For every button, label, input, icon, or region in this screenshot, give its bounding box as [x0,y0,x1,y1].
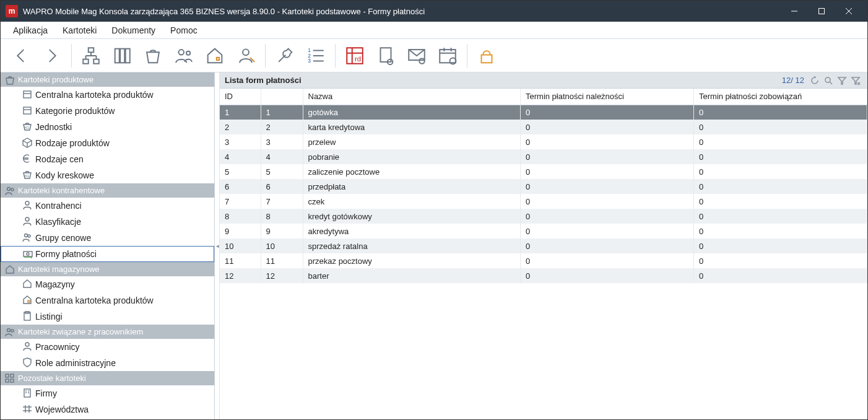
table-row[interactable]: 99akredytywa00 [220,224,867,238]
page-icon[interactable] [370,41,401,71]
rd-icon[interactable]: rd [339,41,370,71]
cell-term1: 0 [521,238,694,253]
search-icon[interactable] [822,74,835,87]
users-icon[interactable] [230,41,261,71]
filter-icon[interactable] [835,74,849,87]
sidebar-item[interactable]: Kategorie produktów [1,103,214,119]
svg-rect-64 [6,374,9,377]
menu-dokumenty[interactable]: Dokumenty [104,23,163,38]
grid-header-row: ID Nazwa Termin płatności należności Ter… [220,89,867,105]
nav-back-button[interactable] [6,41,37,71]
maximize-button[interactable] [808,1,835,22]
table-row[interactable]: 44pobranie00 [220,149,867,164]
cell-id: 11 [220,253,261,268]
network-icon[interactable] [76,41,106,71]
sidebar-item[interactable]: Rodzaje cen [1,151,214,167]
sidebar-item[interactable]: Grupy cenowe [1,230,214,246]
sidebar-group-label: Kartoteki związane z pracownikiem [18,327,143,336]
sidebar-group-header[interactable]: Pozostałe kartoteki [1,371,214,385]
table-row[interactable]: 88kredyt gotówkowy00 [220,209,867,224]
close-button[interactable] [835,1,862,22]
svg-rect-68 [24,389,30,397]
sidebar-item[interactable]: Magazyny [1,276,214,292]
svg-point-50 [7,188,11,191]
col-term2[interactable]: Termin płatności zobowiązań [694,89,867,105]
sidebar-item[interactable]: Role administracyjne [1,355,214,371]
sidebar-group-header[interactable]: Kartoteki produktowe [1,72,214,87]
col-term1[interactable]: Termin płatności należności [521,89,694,105]
col-idx[interactable] [261,89,303,105]
nav-forward-button[interactable] [37,41,67,71]
col-id[interactable]: ID [220,89,261,105]
sidebar-item[interactable]: Centralna kartoteka produktów [1,292,214,308]
sidebar-item[interactable]: Województwa [1,401,214,418]
wrench-icon[interactable] [269,41,300,71]
bag-icon[interactable] [137,41,168,71]
sidebar-item[interactable]: Klasyfikacje [1,214,214,230]
cell-term2: 0 [694,134,867,149]
table-row[interactable]: 55zaliczenie pocztowe00 [220,164,867,179]
sidebar-group-label: Pozostałe kartoteki [18,374,86,383]
list-title: Lista form płatności [225,76,302,85]
sidebar-item-label: Klasyfikacje [35,217,81,227]
cell-idx: 3 [261,134,303,149]
table-row[interactable]: 22karta kredytowa00 [220,120,867,134]
sidebar-item[interactable]: Firmy [1,385,214,401]
sidebar-group-header[interactable]: Kartoteki kontrahentowe [1,183,214,198]
sidebar-group-header[interactable]: Kartoteki związane z pracownikiem [1,325,214,339]
mail-icon[interactable] [401,41,432,71]
cell-id: 8 [220,209,261,224]
cell-id: 6 [220,179,261,194]
sidebar-item[interactable]: KGKody kreskowe [1,167,214,183]
table-row[interactable]: 66przedpłata00 [220,179,867,194]
home-icon[interactable] [199,41,230,71]
table-row[interactable]: 11gotówka00 [220,105,867,120]
sidebar-item[interactable]: Centralna kartoteka produktów [1,87,214,103]
splitter[interactable]: ◂ [215,72,220,419]
sidebar-item-label: Grupy cenowe [35,233,91,243]
numbered-list-icon[interactable]: 123 [300,41,331,71]
contacts-icon[interactable] [168,41,199,71]
svg-rect-34 [440,50,456,63]
cell-id: 4 [220,149,261,164]
menu-kartoteki[interactable]: Kartoteki [55,23,104,38]
menu-pomoc[interactable]: Pomoc [163,23,205,38]
filter-clear-icon[interactable] [849,74,862,87]
svg-point-63 [25,343,29,346]
calendar-icon[interactable] [432,41,463,71]
table-row[interactable]: 77czek00 [220,194,867,209]
sidebar-group-header[interactable]: Kartoteki magazynowe [1,262,214,276]
sidebar-item[interactable]: KGJednostki [1,119,214,135]
sidebar-item-label: Firmy [35,388,57,398]
svg-rect-39 [482,55,492,63]
minimize-button[interactable] [781,1,808,22]
cell-term2: 0 [694,164,867,179]
table-row[interactable]: 1010sprzedaż ratalna00 [220,238,867,253]
table-row[interactable]: 1212barter00 [220,268,867,283]
sidebar-item[interactable]: Formy płatności [1,246,214,262]
cell-term2: 0 [694,224,867,238]
grid[interactable]: ID Nazwa Termin płatności należności Ter… [220,89,867,419]
cell-term1: 0 [521,268,694,283]
cell-idx: 6 [261,179,303,194]
refresh-icon[interactable] [808,74,822,87]
table-row[interactable]: 1111przekaz pocztowy00 [220,253,867,268]
menu-aplikacja[interactable]: Aplikacja [6,23,55,38]
sidebar-item-label: Formy płatności [35,249,97,259]
table-row[interactable]: 33przelew00 [220,134,867,149]
sidebar-item[interactable]: Rodzaje produktów [1,135,214,151]
cell-term1: 0 [521,120,694,134]
sidebar-item-label: Centralna kartoteka produktów [35,90,154,100]
sidebar-item[interactable]: Pracownicy [1,339,214,355]
col-name[interactable]: Nazwa [303,89,521,105]
sidebar-item[interactable]: Kontrahenci [1,198,214,214]
svg-line-19 [279,55,285,61]
sidebar-item-label: Centralna kartoteka produktów [35,295,154,305]
binders-icon[interactable] [106,41,137,71]
main-area: Kartoteki produktoweCentralna kartoteka … [1,72,867,419]
cell-idx: 4 [261,149,303,164]
sidebar-item[interactable]: Listingi [1,308,214,325]
cell-name: zaliczenie pocztowe [303,164,521,179]
cell-name: przedpłata [303,179,521,194]
lock-icon[interactable] [471,41,502,71]
